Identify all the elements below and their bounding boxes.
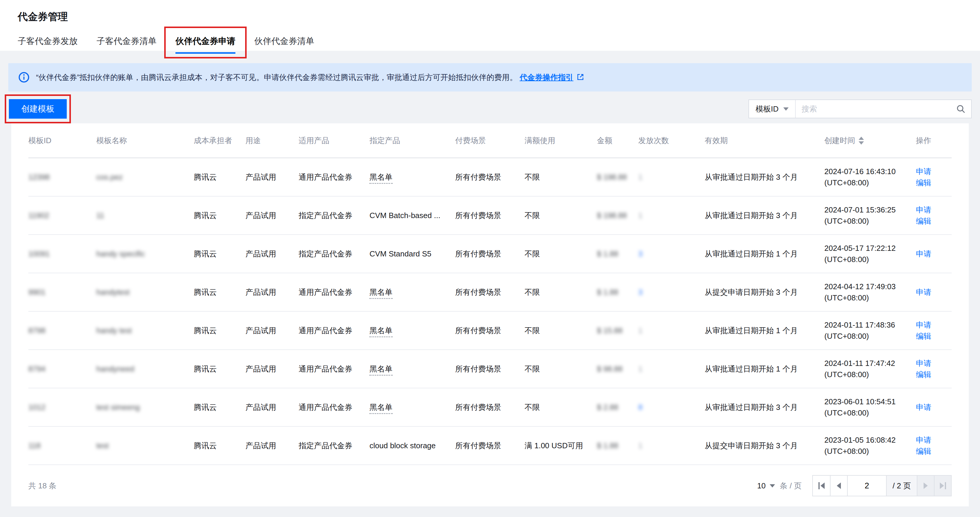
cell-template_id: 8798 (29, 325, 96, 336)
cell-payment_scene: 所有付费场景 (455, 401, 525, 413)
column-header-created_time[interactable]: 创建时间 (824, 135, 916, 146)
masked-template_id: 9901 (29, 288, 46, 297)
first-page-button[interactable] (813, 476, 830, 496)
cell-threshold_usage: 不限 (525, 287, 597, 298)
cell-actions: 申请编辑 (916, 358, 951, 380)
specified_product-tooltip[interactable]: 黑名单 (369, 403, 393, 414)
tab-2[interactable]: 子客代金券清单 (97, 35, 156, 54)
cell-amount: $ 1.88 (597, 440, 638, 451)
masked-template_name: handy specific (96, 249, 145, 258)
column-header-threshold_usage: 满额使用 (525, 135, 597, 146)
table-row: 8798handy test腾讯云产品试用通用产品代金券黑名单所有付费场景不限$… (29, 312, 951, 350)
masked-amount: $ 2.88 (597, 403, 618, 412)
cell-template_name: handytest (96, 287, 194, 298)
apply-link[interactable]: 申请 (916, 403, 931, 412)
search-button[interactable] (956, 100, 971, 118)
apply-link[interactable]: 申请 (916, 167, 931, 176)
specified_product-tooltip[interactable]: 黑名单 (369, 173, 393, 184)
search-filter-label: 模板ID (756, 104, 779, 114)
specified_product-tooltip[interactable]: 黑名单 (369, 365, 393, 376)
page-size-select[interactable]: 10 (757, 481, 775, 490)
cell-actions: 申请 (916, 287, 951, 298)
table-row: 1190211腾讯云产品试用指定产品代金券CVM Batch-based ...… (29, 197, 951, 235)
masked-issue_count[interactable]: 3 (638, 249, 643, 258)
edit-link[interactable]: 编辑 (916, 217, 931, 225)
column-header-issue_count: 发放次数 (638, 135, 705, 146)
cell-specified_product: CVM Batch-based ... (369, 210, 455, 221)
cell-template_name: handyneed (96, 363, 194, 374)
created-time-line: 2024-05-17 17:22:12 (824, 243, 911, 254)
cell-cost_bearer: 腾讯云 (194, 401, 245, 413)
toolbar: 创建模板 模板ID (8, 99, 972, 119)
specified_product-tooltip[interactable]: 黑名单 (369, 288, 393, 299)
column-header-cost_bearer: 成本承担者 (194, 135, 245, 146)
create-template-button[interactable]: 创建模板 (9, 99, 67, 119)
voucher-guide-link[interactable]: 代金券操作指引 (520, 73, 573, 82)
prev-page-button[interactable] (830, 476, 847, 496)
apply-link[interactable]: 申请 (916, 436, 931, 444)
table-row: 8794handyneed腾讯云产品试用通用产品代金券黑名单所有付费场景不限$ … (29, 350, 951, 389)
current-page-input[interactable] (848, 481, 886, 490)
sort-icon[interactable] (859, 136, 864, 144)
column-header-payment_scene: 付费场景 (455, 135, 525, 146)
cell-threshold_usage: 不限 (525, 363, 597, 374)
apply-link[interactable]: 申请 (916, 249, 931, 258)
cell-threshold_usage: 不限 (525, 171, 597, 183)
column-header-label: 模板名称 (96, 135, 127, 146)
cell-template_id: 10091 (29, 248, 96, 259)
column-header-label: 有效期 (705, 135, 728, 146)
apply-link[interactable]: 申请 (916, 288, 931, 297)
cell-payment_scene: 所有付费场景 (455, 171, 525, 183)
cell-applicable_product: 指定产品代金券 (299, 440, 369, 451)
page-title: 代金券管理 (18, 10, 962, 24)
last-page-button[interactable] (934, 476, 951, 496)
last-page-icon (945, 482, 946, 489)
cell-applicable_product: 通用产品代金券 (299, 401, 369, 413)
column-header-usage: 用途 (245, 135, 299, 146)
cell-created_time: 2024-07-01 15:36:25(UTC+08:00) (824, 204, 916, 227)
edit-link[interactable]: 编辑 (916, 447, 931, 456)
tab-label: 子客代金券清单 (97, 36, 156, 46)
tab-3[interactable]: 伙伴代金券申请 (175, 35, 235, 54)
cell-validity: 从提交申请日期开始 3 个月 (705, 440, 824, 451)
cell-specified_product: 黑名单 (369, 363, 455, 374)
masked-template_id: 1012 (29, 403, 46, 412)
masked-amount: $ 98.88 (597, 365, 623, 373)
masked-issue_count[interactable]: 3 (638, 288, 643, 297)
cell-template_name: 11 (96, 210, 194, 221)
cell-applicable_product: 通用产品代金券 (299, 325, 369, 336)
total-count: 共 18 条 (29, 481, 56, 491)
search-filter-dropdown[interactable]: 模板ID (749, 100, 796, 118)
column-header-label: 满额使用 (525, 135, 555, 146)
created-time-line: 2024-01-11 17:47:42 (824, 358, 911, 369)
apply-link[interactable]: 申请 (916, 320, 931, 329)
cell-actions: 申请编辑 (916, 435, 951, 457)
cell-usage: 产品试用 (245, 210, 299, 221)
cell-issue_count: 1 (638, 440, 705, 451)
specified_product: cloud block storage (369, 441, 436, 450)
cell-created_time: 2024-04-12 17:49:03(UTC+08:00) (824, 281, 916, 303)
banner-text: “伙伴代金券”抵扣伙伴的账单，由腾讯云承担成本，对子客不可见。申请伙伴代金券需经… (36, 72, 584, 82)
tab-label: 子客代金券发放 (18, 36, 78, 46)
active-tab-underline (175, 52, 235, 54)
edit-link[interactable]: 编辑 (916, 332, 931, 341)
tab-4[interactable]: 伙伴代金券清单 (254, 35, 314, 54)
tab-1[interactable]: 子客代金券发放 (18, 35, 78, 54)
apply-link[interactable]: 申请 (916, 205, 931, 214)
specified_product-tooltip[interactable]: 黑名单 (369, 326, 393, 337)
created-time-line: (UTC+08:00) (824, 330, 911, 342)
masked-issue_count[interactable]: 8 (638, 403, 643, 412)
cell-template_name: test (96, 440, 194, 451)
next-page-button[interactable] (917, 476, 934, 496)
cell-issue_count: 1 (638, 325, 705, 336)
edit-link[interactable]: 编辑 (916, 370, 931, 379)
cell-applicable_product: 指定产品代金券 (299, 210, 369, 221)
masked-template_id: 118 (29, 441, 40, 450)
chevron-down-icon (783, 108, 789, 111)
apply-link[interactable]: 申请 (916, 359, 931, 368)
cell-payment_scene: 所有付费场景 (455, 287, 525, 298)
cell-payment_scene: 所有付费场景 (455, 440, 525, 451)
edit-link[interactable]: 编辑 (916, 178, 931, 187)
search-input[interactable] (796, 100, 956, 118)
column-header-specified_product: 指定产品 (369, 135, 455, 146)
